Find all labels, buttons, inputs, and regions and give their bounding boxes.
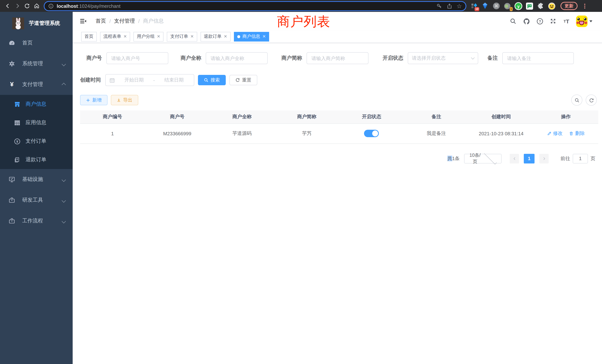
breadcrumb-payment[interactable]: 支付管理 bbox=[114, 18, 135, 24]
search-button[interactable]: 搜索 bbox=[198, 75, 226, 85]
close-icon[interactable]: ✕ bbox=[224, 34, 227, 39]
sidebar-item-dev-tools[interactable]: 研发工具 bbox=[0, 190, 73, 211]
site-info-icon[interactable] bbox=[48, 3, 54, 9]
toolbar-row: 新增 导出 bbox=[80, 95, 598, 106]
close-icon[interactable]: ✕ bbox=[262, 34, 266, 39]
github-icon[interactable] bbox=[523, 17, 530, 25]
font-size-icon[interactable]: TT bbox=[563, 17, 570, 25]
add-button[interactable]: 新增 bbox=[80, 95, 108, 105]
short-name-label: 商户简称 bbox=[281, 55, 307, 62]
cell-remark: 我是备注 bbox=[404, 123, 469, 143]
address-bar[interactable]: localhost:1024/pay/merchant ☆ bbox=[44, 1, 466, 11]
col-merchant-no: 商户号 bbox=[145, 110, 210, 123]
user-avatar-menu[interactable] bbox=[576, 15, 592, 27]
profile-emoji-avatar[interactable] bbox=[548, 2, 556, 10]
browser-menu-icon[interactable] bbox=[583, 3, 586, 9]
goto-page-input[interactable] bbox=[573, 154, 588, 163]
search-icon bbox=[204, 78, 208, 82]
extension-y-icon[interactable]: y bbox=[515, 2, 522, 10]
tab-home[interactable]: 首页 bbox=[81, 32, 97, 41]
share-icon[interactable] bbox=[447, 3, 452, 9]
status-toggle-on[interactable] bbox=[364, 130, 379, 137]
toolbox-icon bbox=[7, 197, 16, 203]
browser-toolbar: localhost:1024/pay/merchant ☆ 10 ⌘ bbox=[0, 0, 602, 12]
tab-refund-order[interactable]: 退款订单✕ bbox=[200, 32, 230, 41]
sidebar-item-label: 应用信息 bbox=[26, 119, 46, 126]
sidebar-item-pay-order[interactable]: ¥ 支付订单 bbox=[0, 132, 73, 150]
forward-icon[interactable] bbox=[13, 1, 22, 11]
reload-icon[interactable] bbox=[22, 1, 32, 11]
download-icon bbox=[117, 98, 121, 102]
full-name-input[interactable] bbox=[206, 52, 268, 64]
extension-grid-icon[interactable]: 10 bbox=[470, 2, 478, 10]
sidebar-item-infra[interactable]: 基础设施 bbox=[0, 169, 73, 190]
extension-circle-icon[interactable]: 1 bbox=[503, 2, 511, 10]
extension-badge: 1 bbox=[509, 7, 513, 11]
close-icon[interactable]: ✕ bbox=[123, 34, 127, 39]
help-icon[interactable]: ? bbox=[536, 17, 543, 25]
sidebar-item-label: 支付订单 bbox=[26, 138, 46, 145]
page-size-select[interactable]: 10条/页 bbox=[464, 154, 502, 163]
sidebar-item-label: 基础设施 bbox=[22, 176, 43, 183]
home-icon[interactable] bbox=[32, 1, 42, 11]
next-page-button[interactable] bbox=[539, 154, 549, 163]
merchant-no-input[interactable] bbox=[106, 52, 168, 64]
short-name-input[interactable] bbox=[307, 52, 368, 64]
active-dot bbox=[237, 35, 240, 38]
show-search-button[interactable] bbox=[571, 95, 582, 106]
gear-icon bbox=[7, 60, 16, 67]
extension-command-icon[interactable]: ⌘ bbox=[492, 2, 500, 10]
extension-gem-icon[interactable] bbox=[481, 2, 489, 10]
sidebar-item-app-info[interactable]: 应用信息 bbox=[0, 113, 73, 132]
delete-button[interactable]: 删除 bbox=[569, 130, 585, 137]
tab-pay-order[interactable]: 支付订单✕ bbox=[167, 32, 197, 41]
prev-page-button[interactable] bbox=[510, 154, 519, 163]
app-logo-row[interactable]: 芋道管理系统 bbox=[0, 14, 73, 33]
back-icon[interactable] bbox=[3, 1, 13, 11]
sidebar-item-refund-order[interactable]: 退款订单 bbox=[0, 150, 73, 169]
cell-full-name: 芋道源码 bbox=[210, 123, 275, 143]
sidebar-item-system[interactable]: 系统管理 bbox=[0, 53, 73, 74]
bookmark-star-icon[interactable]: ☆ bbox=[456, 2, 462, 10]
svg-text:?: ? bbox=[539, 19, 541, 23]
browser-update-button[interactable]: 更新 bbox=[560, 2, 578, 10]
edit-button[interactable]: 修改 bbox=[547, 130, 563, 137]
remark-input[interactable] bbox=[502, 52, 574, 64]
cell-merchant-id: 1 bbox=[80, 123, 145, 143]
yen-circle-icon: ¥ bbox=[14, 138, 20, 144]
tab-user-group[interactable]: 用户分组✕ bbox=[133, 32, 163, 41]
refresh-table-button[interactable] bbox=[586, 95, 597, 106]
date-range-picker[interactable]: 开始日期 - 结束日期 bbox=[105, 74, 194, 86]
start-date-placeholder: 开始日期 bbox=[118, 77, 150, 83]
page-number-1[interactable]: 1 bbox=[524, 154, 535, 163]
tab-merchant-info[interactable]: 商户信息✕ bbox=[234, 32, 269, 41]
sidebar-item-workflow[interactable]: 工作流程 bbox=[0, 211, 73, 231]
search-icon[interactable] bbox=[509, 17, 517, 25]
sidebar-item-payment[interactable]: ¥ 支付管理 bbox=[0, 74, 73, 95]
fullscreen-icon[interactable] bbox=[549, 17, 557, 25]
sidebar-item-merchant-info[interactable]: 商户信息 bbox=[0, 95, 73, 113]
caret-down-icon bbox=[589, 20, 592, 22]
svg-text:¥: ¥ bbox=[16, 139, 18, 143]
merchant-no-label: 商户号 bbox=[86, 55, 106, 62]
sidebar-toggle-icon[interactable] bbox=[79, 17, 87, 25]
sidebar-item-home[interactable]: 首页 bbox=[0, 33, 73, 53]
close-icon[interactable]: ✕ bbox=[157, 34, 160, 39]
col-merchant-id: 商户编号 bbox=[80, 110, 145, 123]
reset-button[interactable]: 重置 bbox=[229, 75, 257, 85]
password-key-icon[interactable] bbox=[436, 3, 442, 9]
tab-process-form[interactable]: 流程表单✕ bbox=[100, 32, 130, 41]
chevron-left-icon bbox=[513, 157, 516, 160]
sidebar: 芋道管理系统 首页 系统管理 ¥ 支付 bbox=[0, 12, 73, 364]
chevron-up-icon bbox=[62, 82, 65, 87]
cell-actions: 修改 删除 bbox=[534, 123, 599, 143]
close-icon[interactable]: ✕ bbox=[190, 34, 194, 39]
filter-row-2: 创建时间 开始日期 - 结束日期 搜索 重置 bbox=[80, 74, 598, 86]
extensions-puzzle-icon[interactable] bbox=[537, 2, 545, 10]
export-button[interactable]: 导出 bbox=[111, 95, 138, 105]
status-select[interactable]: 请选择开启状态 bbox=[408, 52, 478, 64]
breadcrumb-home[interactable]: 首页 bbox=[96, 18, 106, 24]
extension-chat-icon[interactable] bbox=[526, 2, 533, 10]
url-host: localhost bbox=[57, 3, 78, 9]
chevron-down-icon bbox=[62, 197, 65, 203]
